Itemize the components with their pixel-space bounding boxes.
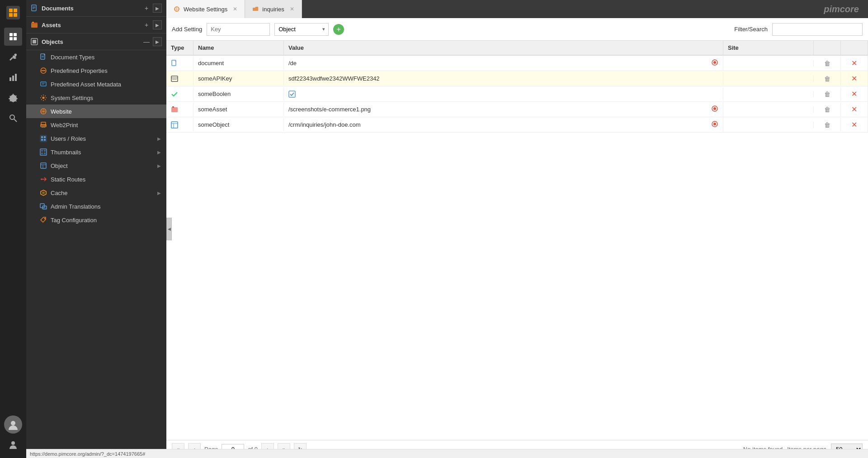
type-select[interactable]: Object Document Asset Boolean Text xyxy=(274,23,329,36)
documents-title: Documents xyxy=(31,5,74,12)
tag-config-icon xyxy=(40,216,47,224)
svg-rect-45 xyxy=(44,139,46,141)
type-select-wrap: Object Document Asset Boolean Text xyxy=(274,23,329,36)
remove-document-btn[interactable]: ✕ xyxy=(851,59,857,67)
sidebar-item-admin-translations[interactable]: Admin Translations xyxy=(26,200,166,213)
user-icon[interactable] xyxy=(4,435,22,453)
svg-rect-24 xyxy=(33,40,36,43)
table-row: someAPIKey sdf22343wdfwe2342WWFWE2342 🗑 … xyxy=(166,71,868,86)
apikey-row-icon xyxy=(171,75,178,82)
delete-asset-btn[interactable]: 🗑 xyxy=(824,106,830,113)
tab-inquiries[interactable]: inquiries ✕ xyxy=(245,0,302,18)
cell-delete-apikey: 🗑 xyxy=(814,72,841,86)
sidebar-item-system-settings[interactable]: System Settings xyxy=(26,91,166,105)
remove-boolean-btn[interactable]: ✕ xyxy=(851,90,857,98)
sidebar-item-web2print[interactable]: Web2Print xyxy=(26,118,166,132)
tag-configuration-label: Tag Configuration xyxy=(51,217,97,224)
web2print-icon xyxy=(40,121,47,129)
nav-search[interactable] xyxy=(4,109,22,127)
sidebar-item-predefined-asset-metadata[interactable]: Predefined Asset Metadata xyxy=(26,77,166,91)
sidebar-item-thumbnails[interactable]: Thumbnails ▶ xyxy=(26,145,166,159)
sidebar-item-predefined-properties[interactable]: Predefined Properties xyxy=(26,64,166,77)
svg-rect-49 xyxy=(41,153,43,154)
avatar[interactable] xyxy=(4,415,22,434)
svg-rect-48 xyxy=(44,150,46,152)
document-row-icon xyxy=(171,60,178,67)
delete-apikey-btn[interactable]: 🗑 xyxy=(824,75,830,82)
objects-expand-btn[interactable]: ▶ xyxy=(153,37,162,46)
cell-site-object xyxy=(723,122,814,128)
cell-remove-asset: ✕ xyxy=(841,102,868,117)
sidebar: Documents + ▶ Assets + ▶ Object xyxy=(26,0,166,458)
svg-rect-42 xyxy=(41,136,43,138)
sidebar-item-document-types[interactable]: Document Types xyxy=(26,50,166,64)
col-actions1 xyxy=(814,41,841,55)
col-type: Type xyxy=(166,41,193,55)
remove-apikey-btn[interactable]: ✕ xyxy=(851,74,857,83)
nav-wrench[interactable] xyxy=(4,48,22,66)
thumbnails-arrow: ▶ xyxy=(157,150,161,155)
objects-section-header: Objects — ▶ xyxy=(26,33,166,50)
svg-rect-40 xyxy=(42,126,45,128)
svg-point-13 xyxy=(10,115,14,119)
delete-object-btn[interactable]: 🗑 xyxy=(824,121,830,129)
remove-asset-btn[interactable]: ✕ xyxy=(851,105,857,114)
delete-boolean-btn[interactable]: 🗑 xyxy=(824,91,830,98)
svg-rect-8 xyxy=(14,37,17,40)
tab-inquiries-close[interactable]: ✕ xyxy=(290,6,294,12)
svg-point-72 xyxy=(713,107,716,110)
svg-rect-10 xyxy=(12,76,14,81)
remove-object-btn[interactable]: ✕ xyxy=(851,120,857,129)
system-settings-label: System Settings xyxy=(51,95,93,101)
static-routes-icon xyxy=(40,176,47,183)
table-row: document /de 🗑 ✕ xyxy=(166,56,868,71)
logo-icon xyxy=(5,5,21,21)
cell-name-asset: someAsset xyxy=(193,103,284,116)
documents-expand-btn[interactable]: ▶ xyxy=(153,4,162,13)
svg-rect-50 xyxy=(44,153,46,154)
table-row: someObject /crm/inquiries/john-doe.com 🗑… xyxy=(166,117,868,133)
nav-chart[interactable] xyxy=(4,68,22,86)
assets-expand-btn[interactable]: ▶ xyxy=(153,20,162,29)
cell-type-asset xyxy=(166,103,193,116)
sidebar-item-tag-configuration[interactable]: Tag Configuration xyxy=(26,213,166,227)
documents-icon xyxy=(31,5,38,12)
sidebar-item-object[interactable]: Object ▶ xyxy=(26,159,166,172)
cell-type-apikey xyxy=(166,72,193,86)
url-bar: https://demo.pimcore.org/admin/?_dc=1474… xyxy=(26,449,868,458)
object-arrow: ▶ xyxy=(157,163,161,168)
cache-arrow: ▶ xyxy=(157,191,161,196)
sidebar-item-static-routes[interactable]: Static Routes xyxy=(26,172,166,186)
svg-point-77 xyxy=(713,123,716,125)
data-grid: Type Name Value Site document /de xyxy=(166,41,868,440)
assets-add-btn[interactable]: + xyxy=(142,20,151,29)
add-button[interactable]: + xyxy=(333,24,344,35)
documents-add-btn[interactable]: + xyxy=(142,4,151,13)
objects-collapse-btn[interactable]: — xyxy=(142,37,151,46)
cell-type-document xyxy=(166,57,193,70)
sidebar-item-cache[interactable]: Cache ▶ xyxy=(26,186,166,200)
documents-label: Documents xyxy=(42,5,74,12)
objects-title: Objects xyxy=(31,38,63,45)
tab-website-settings[interactable]: Website Settings ✕ xyxy=(166,0,245,18)
svg-rect-59 xyxy=(43,206,46,209)
objects-children: Document Types Predefined Properties Pre… xyxy=(26,50,166,227)
delete-document-btn[interactable]: 🗑 xyxy=(824,60,830,67)
pimcore-brand: pimcore xyxy=(824,0,868,18)
nav-home[interactable] xyxy=(4,28,22,46)
cell-remove-apikey: ✕ xyxy=(841,71,868,86)
filter-input[interactable] xyxy=(772,23,863,36)
objects-icon xyxy=(31,38,38,45)
sidebar-item-users-roles[interactable]: Users / Roles ▶ xyxy=(26,132,166,145)
documents-actions: + ▶ xyxy=(142,4,162,13)
objects-actions: — ▶ xyxy=(142,37,162,46)
tab-website-settings-close[interactable]: ✕ xyxy=(233,6,237,12)
nav-settings[interactable] xyxy=(4,89,22,107)
cell-name-boolean: someBoolen xyxy=(193,87,284,100)
svg-rect-7 xyxy=(9,37,13,40)
red-dot-document xyxy=(711,59,718,67)
key-input[interactable] xyxy=(207,23,270,36)
collapse-sidebar-btn[interactable]: ◀ xyxy=(166,218,172,240)
sidebar-item-website[interactable]: Website xyxy=(26,105,166,118)
svg-point-31 xyxy=(44,70,46,72)
